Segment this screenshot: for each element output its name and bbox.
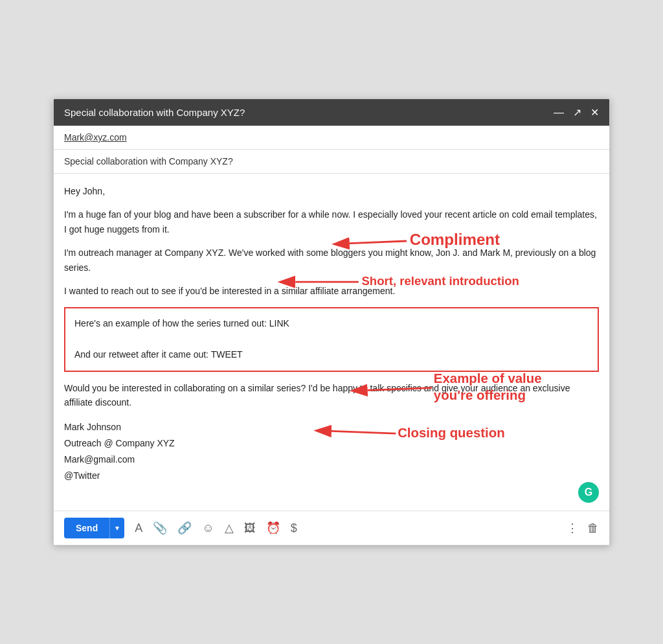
minimize-button[interactable]: — <box>554 108 564 118</box>
example-line2: And our retweet after it came out: TWEET <box>74 347 589 363</box>
subject-text: Special collaboration with Company XYZ? <box>64 156 233 167</box>
sig-name: Mark Johnson <box>64 419 599 435</box>
attach-icon[interactable]: 📎 <box>153 521 167 535</box>
close-button[interactable]: ✕ <box>590 108 599 118</box>
window-controls: — ↗ ✕ <box>554 108 599 118</box>
closing-para: Would you be interested in collaborating… <box>64 381 599 410</box>
send-button-group: Send ▾ <box>64 518 124 538</box>
email-body[interactable]: Hey John, I'm a huge fan of your blog an… <box>54 174 609 511</box>
send-dropdown-button[interactable]: ▾ <box>109 518 124 538</box>
schedule-icon[interactable]: ⏰ <box>266 521 280 535</box>
to-address: Mark@xyz.com <box>64 132 127 143</box>
body-para1: I'm a huge fan of your blog and have bee… <box>64 207 599 236</box>
sig-email: Mark@gmail.com <box>64 452 599 468</box>
email-compose-window: Special collaboration with Company XYZ? … <box>53 98 610 546</box>
greeting: Hey John, <box>64 184 599 198</box>
email-toolbar: Send ▾ A 📎 🔗 ☺ △ 🖼 ⏰ $ ⋮ 🗑 <box>54 511 609 545</box>
svg-line-1 <box>350 241 407 244</box>
delete-icon[interactable]: 🗑 <box>587 522 599 535</box>
dollar-icon[interactable]: $ <box>291 522 297 535</box>
link-icon[interactable]: 🔗 <box>177 521 192 535</box>
toolbar-right: ⋮ 🗑 <box>567 521 599 535</box>
format-text-icon[interactable]: A <box>135 522 142 535</box>
title-bar: Special collaboration with Company XYZ? … <box>54 99 609 126</box>
window-title: Special collaboration with Company XYZ? <box>64 107 245 118</box>
signature: Mark Johnson Outreach @ Company XYZ Mark… <box>64 419 599 485</box>
subject-field[interactable]: Special collaboration with Company XYZ? <box>54 150 609 174</box>
body-para2: I'm outreach manager at Company XYZ. We'… <box>64 246 599 275</box>
example-box: Here's an example of how the series turn… <box>64 307 599 371</box>
sig-title: Outreach @ Company XYZ <box>64 435 599 452</box>
emoji-icon[interactable]: ☺ <box>202 522 214 535</box>
maximize-button[interactable]: ↗ <box>573 108 581 118</box>
drive-icon[interactable]: △ <box>225 521 234 535</box>
more-options-icon[interactable]: ⋮ <box>567 521 578 535</box>
to-field[interactable]: Mark@xyz.com <box>54 126 609 150</box>
photo-icon[interactable]: 🖼 <box>244 522 256 535</box>
grammarly-badge: G <box>578 482 599 503</box>
body-para3: I wanted to reach out to see if you'd be… <box>64 284 599 298</box>
send-button[interactable]: Send <box>64 518 109 538</box>
example-line1: Here's an example of how the series turn… <box>74 316 589 332</box>
sig-social: @Twitter <box>64 468 599 484</box>
